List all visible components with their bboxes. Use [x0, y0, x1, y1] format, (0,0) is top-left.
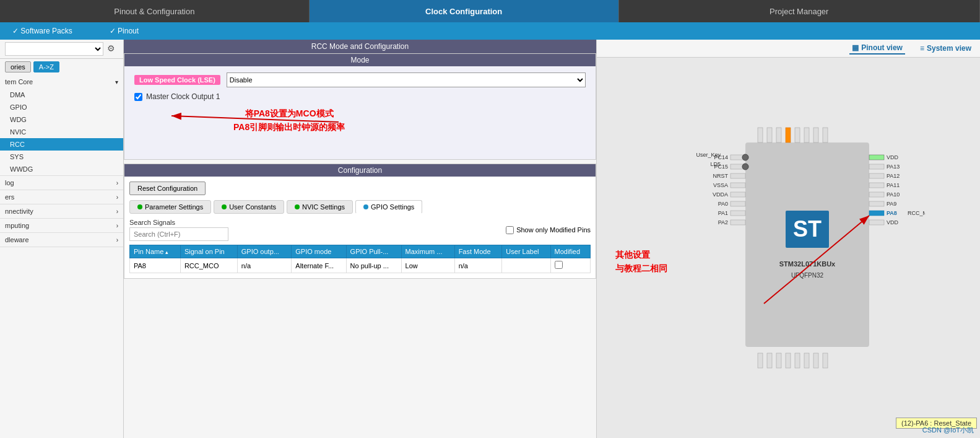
- sidebar-group-header-system-core[interactable]: tem Core ▾: [0, 75, 123, 89]
- svg-rect-38: [823, 353, 828, 368]
- sidebar-group-ers: ers ›: [0, 190, 123, 204]
- svg-rect-18: [869, 183, 884, 188]
- master-clock-label: Master Clock Output 1: [146, 92, 220, 101]
- sidebar-item-gpio[interactable]: GPIO: [0, 101, 123, 113]
- sub-nav-pinout[interactable]: ✓ Pinout: [110, 27, 139, 35]
- tab-row: Parameter Settings User Constants NVIC S…: [129, 200, 591, 214]
- show-modified-checkbox[interactable]: [506, 226, 514, 234]
- sidebar-item-rcc[interactable]: RCC: [0, 138, 123, 151]
- sidebar-group-log: log ›: [0, 176, 123, 190]
- th-gpio-mode[interactable]: GPIO mode: [292, 245, 346, 258]
- tab-user-constants[interactable]: User Constants: [214, 200, 284, 214]
- sidebar-group-computing: mputing ›: [0, 219, 123, 233]
- svg-rect-13: [731, 211, 745, 216]
- sidebar-item-wwdg2[interactable]: WWDG: [0, 163, 123, 175]
- sidebar-group-header-log[interactable]: log ›: [0, 176, 123, 190]
- mode-section: Mode Low Speed Clock (LSE) Disable Cryst…: [124, 53, 596, 160]
- th-gpio-pull[interactable]: GPIO Pull-...: [346, 245, 401, 258]
- svg-rect-9: [731, 173, 745, 178]
- sidebar-item-nvic[interactable]: NVIC: [0, 126, 123, 138]
- low-speed-clock-select[interactable]: Disable Crystal/Ceramic Resonator Extern…: [227, 72, 586, 87]
- sub-nav-software-packs[interactable]: ✓ Software Packs: [12, 27, 72, 35]
- system-view-btn[interactable]: ≡ System view: [917, 43, 974, 54]
- chevron-right-icon: ›: [116, 180, 118, 186]
- sidebar-dropdown[interactable]: [5, 42, 103, 56]
- sidebar-group-header-dleware[interactable]: dleware ›: [0, 233, 123, 247]
- search-signals-group: Search Signals: [129, 219, 228, 241]
- low-speed-clock-label: Low Speed Clock (LSE): [134, 75, 220, 85]
- sidebar-item-sys[interactable]: SYS: [0, 151, 123, 163]
- reset-configuration-btn[interactable]: Reset Configuration: [129, 182, 206, 195]
- svg-rect-19: [869, 192, 884, 197]
- sidebar-group-header-computing[interactable]: mputing ›: [0, 219, 123, 232]
- sidebar-item-wwdg[interactable]: WDG: [0, 113, 123, 126]
- tab-clock[interactable]: Clock Configuration: [310, 0, 619, 22]
- tab-parameter-settings[interactable]: Parameter Settings: [129, 200, 211, 214]
- tab-pinout[interactable]: Pinout & Configuration: [0, 0, 310, 22]
- th-gpio-output[interactable]: GPIO outp...: [237, 245, 292, 258]
- svg-text:VDDA: VDDA: [712, 191, 727, 198]
- sidebar-group-header-ers[interactable]: ers ›: [0, 190, 123, 204]
- master-clock-checkbox[interactable]: [134, 93, 142, 101]
- chevron-right-icon4: ›: [116, 222, 118, 229]
- pinout-view-btn[interactable]: ▦ Pinout view: [849, 42, 905, 55]
- top-nav: Pinout & Configuration Clock Configurati…: [0, 0, 980, 22]
- svg-rect-17: [869, 173, 884, 178]
- config-section: Configuration Reset Configuration Parame…: [124, 164, 596, 279]
- svg-text:ST: ST: [792, 216, 821, 242]
- svg-rect-20: [869, 201, 884, 206]
- th-maximum[interactable]: Maximum ...: [401, 245, 454, 258]
- sidebar-group-header-connectivity[interactable]: nnectivity ›: [0, 204, 123, 218]
- svg-rect-35: [795, 353, 800, 368]
- mode-body: Low Speed Clock (LSE) Disable Crystal/Ce…: [124, 66, 596, 159]
- th-user-label[interactable]: User Label: [502, 245, 550, 258]
- watermark: CSDN @IoT小凯: [922, 426, 974, 435]
- th-modified[interactable]: Modified: [550, 245, 591, 258]
- sidebar-group-dleware: dleware ›: [0, 233, 123, 247]
- svg-rect-30: [823, 128, 828, 142]
- svg-text:LD5: LD5: [710, 161, 721, 167]
- svg-rect-29: [813, 128, 818, 142]
- rcc-section-header: RCC Mode and Configuration: [124, 40, 596, 53]
- sidebar-top: ⚙: [0, 40, 123, 59]
- svg-rect-15: [869, 155, 884, 160]
- tab-gpio-settings[interactable]: GPIO Settings: [355, 200, 422, 214]
- svg-text:PA12: PA12: [887, 173, 900, 179]
- gear-icon[interactable]: ⚙: [107, 43, 118, 55]
- svg-text:NRST: NRST: [713, 173, 728, 179]
- chevron-right-icon5: ›: [116, 237, 118, 243]
- search-input[interactable]: [129, 227, 228, 241]
- filter-az-btn[interactable]: A->Z: [33, 61, 59, 72]
- sidebar-list: tem Core ▾ DMA GPIO WDG NVIC RCC: [0, 75, 123, 438]
- chevron-down-icon: ▾: [115, 79, 118, 85]
- svg-text:PA0: PA0: [718, 201, 727, 207]
- td-gpio-mode: Alternate F...: [292, 258, 346, 273]
- th-fast-mode[interactable]: Fast Mode: [454, 245, 502, 258]
- td-maximum: Low: [401, 258, 454, 273]
- svg-rect-22: [869, 220, 884, 225]
- svg-rect-26: [786, 128, 791, 142]
- main-layout: ⚙ ories A->Z tem Core ▾ DMA GPIO: [0, 40, 980, 438]
- filter-categories-btn[interactable]: ories: [5, 61, 31, 72]
- gpio-table: Pin Name ▴ Signal on Pin GPIO outp... GP…: [129, 245, 591, 273]
- center-panel: RCC Mode and Configuration Mode Low Spee…: [124, 40, 596, 438]
- svg-rect-34: [786, 353, 791, 368]
- th-pin-name[interactable]: Pin Name ▴: [130, 245, 181, 258]
- tab-project[interactable]: Project Manager: [619, 0, 981, 22]
- svg-rect-37: [813, 353, 818, 368]
- th-signal[interactable]: Signal on Pin: [180, 245, 237, 258]
- annotation-area: 将PA8设置为MCO模式 PA8引脚则输出时钟源的频率: [134, 103, 586, 153]
- td-pin-name: PA8: [130, 258, 181, 273]
- svg-text:RCC_MCO: RCC_MCO: [908, 210, 925, 216]
- chevron-right-icon2: ›: [116, 194, 118, 201]
- svg-text:User_Key: User_Key: [696, 152, 721, 158]
- tab-nvic-settings[interactable]: NVIC Settings: [287, 200, 353, 214]
- svg-text:VDD: VDD: [887, 154, 899, 160]
- annotation2-text: 其他设置 与教程二相同: [615, 248, 667, 276]
- svg-text:UFQFPN32: UFQFPN32: [791, 272, 823, 279]
- svg-rect-12: [731, 201, 745, 206]
- svg-rect-31: [758, 353, 763, 368]
- sidebar-item-dma[interactable]: DMA: [0, 89, 123, 101]
- chip-diagram: ST STM32L071KBUx UFQFPN32: [690, 124, 925, 372]
- modified-checkbox[interactable]: [555, 261, 563, 269]
